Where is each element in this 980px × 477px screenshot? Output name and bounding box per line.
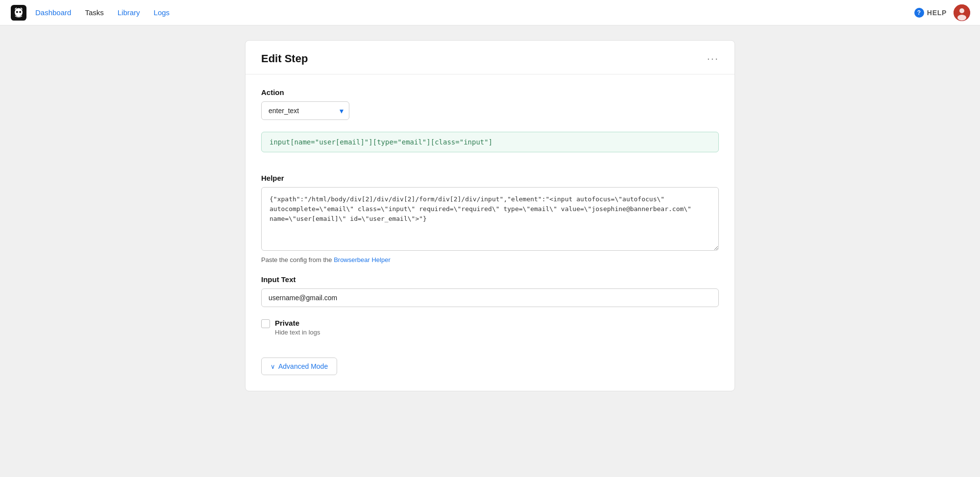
nav-library[interactable]: Library [118, 8, 140, 17]
nav-dashboard[interactable]: Dashboard [35, 8, 71, 17]
nav-links: Dashboard Tasks Library Logs [35, 8, 914, 17]
advanced-mode-label: Advanced Mode [278, 362, 328, 370]
svg-point-2 [16, 11, 18, 13]
selector-field [261, 132, 719, 162]
input-text-field: Input Text [261, 275, 719, 307]
page-title: Edit Step [261, 52, 308, 65]
edit-step-card: Edit Step ··· Action enter_text ▾ [245, 40, 735, 391]
nav-tasks[interactable]: Tasks [85, 8, 103, 17]
card-header: Edit Step ··· [245, 41, 735, 74]
help-button[interactable]: ? HELP [914, 8, 947, 18]
private-label: Private [275, 319, 320, 327]
action-select[interactable]: enter_text [261, 101, 349, 120]
help-label: HELP [927, 9, 947, 17]
card-body: Action enter_text ▾ Helper {"xpath":"/ht… [245, 74, 735, 391]
logo[interactable] [10, 4, 27, 22]
browserbear-helper-link[interactable]: Browserbear Helper [334, 256, 391, 263]
chevron-down-icon: ∨ [270, 363, 275, 370]
private-hint: Hide text in logs [275, 329, 320, 336]
navbar: Dashboard Tasks Library Logs ? HELP [0, 0, 980, 25]
svg-point-1 [15, 8, 23, 17]
svg-point-5 [959, 8, 964, 13]
helper-label: Helper [261, 174, 719, 182]
main-content: Edit Step ··· Action enter_text ▾ [0, 25, 980, 421]
helper-field: Helper {"xpath":"/html/body/div[2]/div/d… [261, 174, 719, 263]
selector-input[interactable] [261, 132, 719, 152]
svg-point-3 [19, 11, 21, 13]
advanced-mode-button[interactable]: ∨ Advanced Mode [261, 358, 337, 375]
helper-hint: Paste the config from the Browserbear He… [261, 256, 719, 263]
svg-point-6 [957, 15, 966, 21]
input-text-input[interactable] [261, 288, 719, 307]
action-select-wrapper: enter_text ▾ [261, 101, 349, 120]
input-text-label: Input Text [261, 275, 719, 284]
more-options-button[interactable]: ··· [707, 53, 719, 64]
action-label: Action [261, 88, 719, 96]
help-icon: ? [914, 8, 924, 18]
action-field: Action enter_text ▾ [261, 88, 719, 120]
nav-right: ? HELP [914, 4, 970, 21]
helper-textarea[interactable]: {"xpath":"/html/body/div[2]/div/div[2]/f… [261, 187, 719, 251]
user-avatar[interactable] [954, 4, 970, 21]
private-field: Private Hide text in logs [261, 319, 719, 336]
private-checkbox-row: Private Hide text in logs [261, 319, 719, 336]
private-checkbox[interactable] [261, 319, 270, 328]
advanced-mode-section: ∨ Advanced Mode [261, 348, 719, 375]
nav-logs[interactable]: Logs [154, 8, 170, 17]
